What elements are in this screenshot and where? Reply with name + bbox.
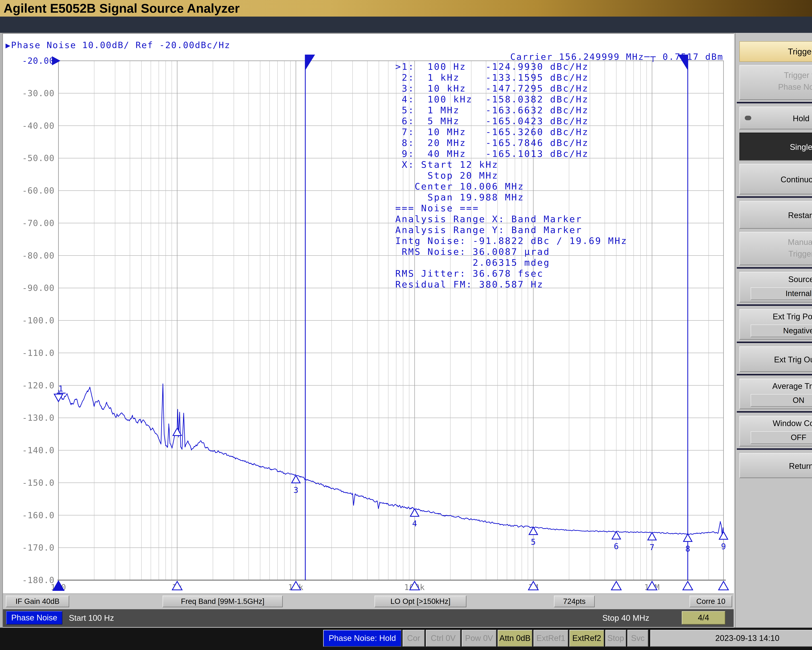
status-extref2: ExtRef2 <box>569 630 604 647</box>
menu-item-restart[interactable]: Restart <box>739 201 812 229</box>
x-axis-label: 1k <box>156 582 198 592</box>
menu-separator <box>737 102 812 103</box>
status-phase-noise-hold: Phase Noise: Hold <box>323 630 401 647</box>
menu-item-ext-trig-polarity[interactable]: Ext Trig PolarityNegative <box>739 309 812 340</box>
menu-item-manual-trigger: ManualTrigger <box>739 232 812 265</box>
status-cor: Cor <box>403 630 425 647</box>
page-badge: 4/4 <box>682 611 725 624</box>
sweep-stop-label: Stop 40 MHz <box>602 612 649 624</box>
menu-item-value: Negative <box>751 324 812 337</box>
menu-item-label: Average Trigger <box>740 379 812 393</box>
menu-header: Trigger <box>739 41 812 62</box>
menu-separator <box>737 411 812 413</box>
y-axis-label: -140.0 <box>0 445 55 456</box>
y-axis-label: -90.00 <box>0 283 55 294</box>
status-extref1: ExtRef1 <box>533 630 568 647</box>
y-axis-label: -80.00 <box>0 250 55 261</box>
y-axis-label: -70.00 <box>0 217 55 229</box>
x-axis-label: 10k <box>275 582 317 592</box>
x-axis-label: 1M <box>512 582 554 592</box>
selected-dot-icon <box>745 116 751 120</box>
status-svc: Svc <box>627 630 648 647</box>
status-ctrl: Ctrl 0V <box>426 630 461 647</box>
instrument-status-bar: Phase Noise: HoldCorCtrl 0VPow 0VAttn 0d… <box>0 627 812 650</box>
trace-marker-icon: ▶ <box>6 41 11 50</box>
menu-separator <box>737 374 812 375</box>
x-axis-label: 100k <box>394 582 436 592</box>
status-pow: Pow 0V <box>462 630 496 647</box>
points-button[interactable]: 724pts <box>554 596 595 607</box>
menu-item-label: Source <box>740 272 812 286</box>
menu-item-label: Single <box>740 133 812 161</box>
x-axis-label: 100 <box>37 582 79 592</box>
sweep-start-label: Start 100 Hz <box>69 612 114 624</box>
status-datetime: 2023-09-13 14:10 <box>650 630 812 647</box>
y-axis-label: -60.00 <box>0 185 55 196</box>
app-title: Agilent E5052B Signal Source Analyzer <box>3 1 240 15</box>
if-gain-button[interactable]: IF Gain 40dB <box>6 596 69 607</box>
y-axis-label: -50.00 <box>0 153 55 164</box>
lo-opt-button[interactable]: LO Opt [>150kHz] <box>374 596 466 607</box>
menu-item-ext-trig-output[interactable]: Ext Trig Output <box>739 346 812 372</box>
menu-separator <box>737 304 812 306</box>
y-axis-label: -30.00 <box>0 88 55 99</box>
y-axis-label: -120.0 <box>0 380 55 391</box>
y-axis-label: -170.0 <box>0 542 55 553</box>
title-bar: Agilent E5052B Signal Source Analyzer <box>0 0 812 17</box>
sweep-info-bar: Phase Noise Start 100 Hz Stop 40 MHz 4/4 <box>3 609 734 627</box>
carrier-readout: Carrier 156.249999 MHz─┬ 0.7517 dBm <box>510 52 723 62</box>
softkey-menu-panel: Trigger Trigger toPhase NoiseHoldSingleC… <box>735 33 812 627</box>
menu-item-label: Ext Trig Output <box>740 347 812 372</box>
menu-item-label: Restart <box>740 202 812 229</box>
menu-item-label: Continuous <box>740 164 812 195</box>
y-axis-label: -40.00 <box>0 120 55 131</box>
menu-separator <box>737 341 812 343</box>
status-stop: Stop <box>605 630 626 647</box>
menu-item-label: Ext Trig Polarity <box>740 310 812 324</box>
menu-item-continuous[interactable]: Continuous <box>739 164 812 194</box>
menu-separator <box>737 196 812 198</box>
menu-item-source[interactable]: SourceInternal <box>739 272 812 303</box>
menu-item-average-trigger[interactable]: Average TriggerON <box>739 379 812 409</box>
x-axis-label: 10M <box>631 582 673 592</box>
mode-badge: Phase Noise <box>6 611 63 624</box>
marker-readout-table: >1: 100 Hz -124.9930 dBc/Hz 2: 1 kHz -13… <box>395 61 627 290</box>
menu-item-label: Trigger toPhase Noise <box>740 66 812 93</box>
y-axis-label: -100.0 <box>0 315 55 326</box>
y-axis-label: -130.0 <box>0 412 55 423</box>
menu-item-label: ManualTrigger <box>740 232 812 260</box>
y-axis-label: -160.0 <box>0 510 55 521</box>
menu-item-label: Return <box>740 454 812 479</box>
freq-band-button[interactable]: Freq Band [99M-1.5GHz] <box>163 596 283 607</box>
y-axis-label: -110.0 <box>0 347 55 358</box>
menu-item-label: Window Couple <box>740 416 812 430</box>
window-control-bar: Resize <box>0 17 812 33</box>
status-attn: Attn 0dB <box>498 630 532 647</box>
menu-item-value: ON <box>751 394 812 407</box>
menu-separator <box>737 448 812 450</box>
measurement-settings-bar: IF Gain 40dBFreq Band [99M-1.5GHz]LO Opt… <box>3 593 734 609</box>
menu-item-window-couple[interactable]: Window CoupleOFF <box>739 416 812 447</box>
menu-item-value: Internal <box>751 287 812 300</box>
y-axis-label: -150.0 <box>0 477 55 488</box>
menu-separator <box>737 267 812 269</box>
y-axis-label: -20.00 <box>0 55 55 66</box>
corre-button[interactable]: Corre 10 <box>690 596 732 607</box>
trace-header: ▶Phase Noise 10.00dB/ Ref -20.00dBc/Hz <box>6 40 230 50</box>
menu-item-return[interactable]: Return <box>739 453 812 478</box>
menu-item-hold[interactable]: Hold <box>739 107 812 129</box>
menu-item-single[interactable]: Single <box>739 133 812 161</box>
menu-item-trigger-to-phase-noise: Trigger toPhase Noise <box>739 65 812 100</box>
menu-item-value: OFF <box>751 431 812 444</box>
